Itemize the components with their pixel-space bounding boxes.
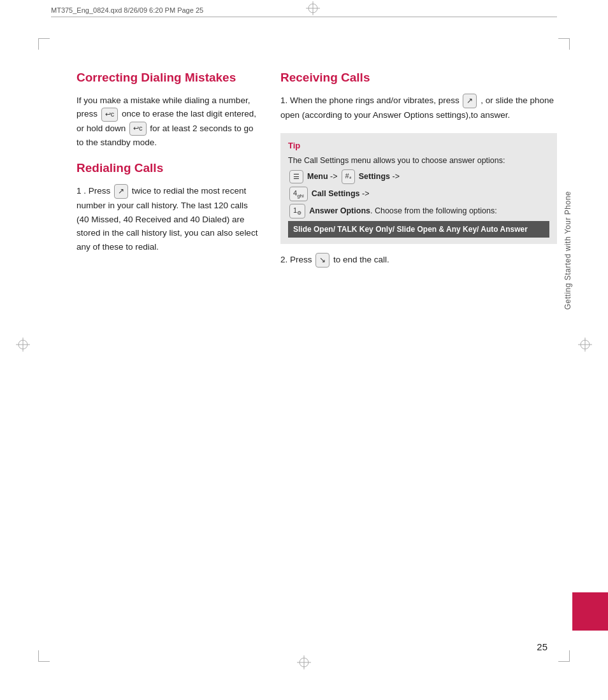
header-bar: MT375_Eng_0824.qxd 8/26/09 6:20 PM Page … (51, 6, 557, 17)
tip-menu-line3: 1⚙ Answer Options. Choose from the follo… (288, 204, 549, 218)
tip-menu-line2: 4ghi Call Settings -> (288, 187, 549, 201)
clear-hold-key-icon: ↩c (129, 122, 147, 136)
redialing-body: 1 . Press ↗ twice to redial the most rec… (76, 184, 261, 254)
menu-key-icon: ☰ (289, 170, 303, 183)
receiving-step2b: to end the call. (333, 255, 389, 264)
tip-menu-answeroptions: Answer Options. Choose from the followin… (309, 205, 497, 217)
call-key-icon: ↗ (114, 184, 128, 199)
tip-intro: The Call Settings menu allows you to cho… (288, 156, 505, 165)
reg-mark-bottom (297, 655, 311, 671)
tip-highlight: Slide Open/ TALK Key Only/ Slide Open & … (288, 221, 549, 238)
redialing-section: Redialing Calls 1 . Press ↗ twice to red… (76, 161, 261, 254)
tip-menu-text2: Settings -> (359, 171, 400, 183)
right-column: Receiving Calls 1. When the phone rings … (280, 64, 557, 624)
tip-body: The Call Settings menu allows you to cho… (288, 155, 549, 238)
redialing-step1-prefix: 1 . Press (76, 186, 110, 196)
corner-mark-bl (38, 650, 50, 662)
tip-label: Tip (288, 139, 549, 152)
receiving-section: Receiving Calls 1. When the phone rings … (280, 70, 557, 268)
answer-key-icon: ↗ (463, 94, 477, 108)
corner-mark-br (558, 650, 570, 662)
correcting-title: Correcting Dialing Mistakes (76, 70, 261, 86)
tip-menu-line1: ☰ Menu -> #⁴ Settings -> (288, 169, 549, 184)
reg-mark-top (306, 1, 320, 17)
accent-block (572, 592, 608, 631)
header-text: MT375_Eng_0824.qxd 8/26/09 6:20 PM Page … (51, 6, 203, 14)
page-number: 25 (537, 641, 547, 652)
receiving-step1: 1. When the phone rings and/or vibrates,… (280, 94, 557, 122)
receiving-title: Receiving Calls (280, 70, 557, 86)
receiving-step2: 2. Press ↘ to end the call. (280, 253, 557, 268)
main-content: Correcting Dialing Mistakes If you make … (76, 64, 557, 624)
tip-box: Tip The Call Settings menu allows you to… (280, 133, 557, 244)
correcting-section: Correcting Dialing Mistakes If you make … (76, 70, 261, 149)
tip-menu-callsettings: Call Settings -> (312, 188, 370, 200)
receiving-step1-text: 1. When the phone rings and/or vibrates,… (280, 96, 461, 105)
corner-mark-tl (38, 38, 50, 50)
settings-key-icon: #⁴ (342, 169, 355, 184)
reg-mark-right (578, 338, 592, 354)
corner-mark-tr (558, 38, 570, 50)
sidebar-vertical-text: Getting Started with Your Phone (563, 191, 572, 310)
callsettings-key-icon: 4ghi (289, 187, 308, 201)
reg-mark-left (16, 338, 30, 354)
end-key-icon: ↘ (315, 253, 329, 268)
redialing-step1-text: twice to redial the most recent number i… (76, 186, 257, 252)
answeroptions-key-icon: 1⚙ (289, 204, 305, 218)
left-column: Correcting Dialing Mistakes If you make … (76, 64, 261, 624)
receiving-step2-text: 2. Press (280, 255, 314, 264)
redialing-title: Redialing Calls (76, 161, 261, 176)
clear-key-icon: ↩c (101, 108, 119, 122)
tip-menu-text1: Menu -> (307, 171, 338, 183)
correcting-body: If you make a mistake while dialing a nu… (76, 94, 261, 150)
